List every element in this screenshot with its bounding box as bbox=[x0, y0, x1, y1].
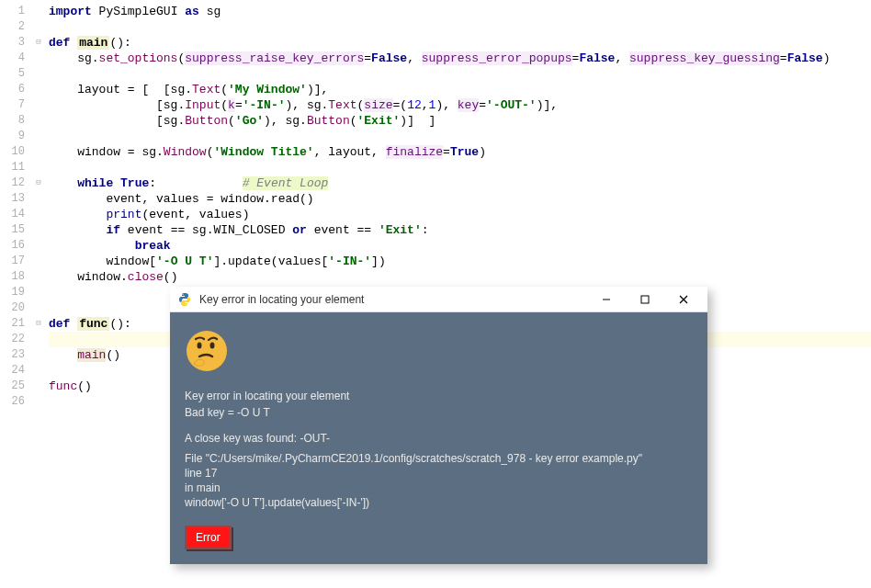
line-number: 11 bbox=[0, 160, 32, 175]
svg-point-0 bbox=[182, 293, 183, 294]
line-number: 17 bbox=[0, 254, 32, 269]
svg-point-6 bbox=[187, 331, 227, 371]
traceback-line: line 17 bbox=[185, 467, 693, 480]
svg-point-1 bbox=[186, 303, 187, 304]
line-number: 21 bbox=[0, 316, 32, 332]
line-number: 23 bbox=[0, 347, 32, 363]
line-number: 26 bbox=[0, 394, 32, 410]
line-number: 4 bbox=[0, 51, 32, 66]
close-key-message: A close key was found: -OUT- bbox=[185, 432, 693, 445]
fold-gutter: ⊟ ⊟ ⊟ bbox=[32, 0, 45, 588]
line-number: 19 bbox=[0, 285, 32, 300]
fold-toggle[interactable]: ⊟ bbox=[32, 175, 45, 191]
close-button[interactable] bbox=[665, 288, 702, 311]
traceback-code: window['-O U T'].update(values['-IN-']) bbox=[185, 496, 693, 509]
error-button[interactable]: Error bbox=[185, 526, 232, 549]
minimize-button[interactable] bbox=[588, 288, 625, 311]
line-number: 18 bbox=[0, 269, 32, 285]
maximize-button[interactable] bbox=[627, 288, 663, 311]
line-number: 3 bbox=[0, 35, 32, 51]
line-number: 15 bbox=[0, 222, 32, 238]
traceback-file: File "C:/Users/mike/.PyCharmCE2019.1/con… bbox=[185, 452, 693, 465]
popup-body: Key error in locating your element Bad k… bbox=[170, 312, 707, 564]
line-number: 20 bbox=[0, 300, 32, 316]
fold-toggle[interactable]: ⊟ bbox=[32, 316, 45, 332]
line-number: 5 bbox=[0, 66, 32, 82]
line-number: 13 bbox=[0, 191, 32, 207]
svg-point-8 bbox=[210, 343, 215, 349]
line-number: 1 bbox=[0, 4, 32, 19]
line-number-gutter: 1 2 3 4 5 6 7 8 9 10 11 12 13 14 15 16 1… bbox=[0, 0, 32, 588]
line-number: 22 bbox=[0, 332, 32, 347]
line-number: 6 bbox=[0, 82, 32, 97]
bad-key-message: Bad key = -O U T bbox=[185, 406, 693, 419]
line-number: 25 bbox=[0, 379, 32, 394]
traceback: File "C:/Users/mike/.PyCharmCE2019.1/con… bbox=[185, 452, 693, 509]
thinking-face-icon bbox=[185, 329, 229, 373]
line-number: 9 bbox=[0, 129, 32, 144]
line-number: 24 bbox=[0, 363, 32, 379]
popup-titlebar[interactable]: Key error in locating your element bbox=[170, 287, 707, 312]
line-number: 7 bbox=[0, 97, 32, 113]
traceback-func: in main bbox=[185, 481, 693, 494]
line-number: 8 bbox=[0, 113, 32, 129]
error-popup: Key error in locating your element Key e… bbox=[170, 287, 707, 564]
svg-rect-3 bbox=[641, 296, 649, 303]
popup-title: Key error in locating your element bbox=[199, 293, 588, 306]
line-number: 16 bbox=[0, 238, 32, 254]
line-number: 12 bbox=[0, 175, 32, 191]
python-icon bbox=[177, 292, 192, 307]
fold-toggle[interactable]: ⊟ bbox=[32, 35, 45, 51]
svg-point-7 bbox=[198, 343, 202, 349]
error-message: Key error in locating your element bbox=[185, 390, 693, 402]
line-number: 14 bbox=[0, 207, 32, 222]
line-number: 10 bbox=[0, 144, 32, 160]
line-number: 2 bbox=[0, 19, 32, 35]
